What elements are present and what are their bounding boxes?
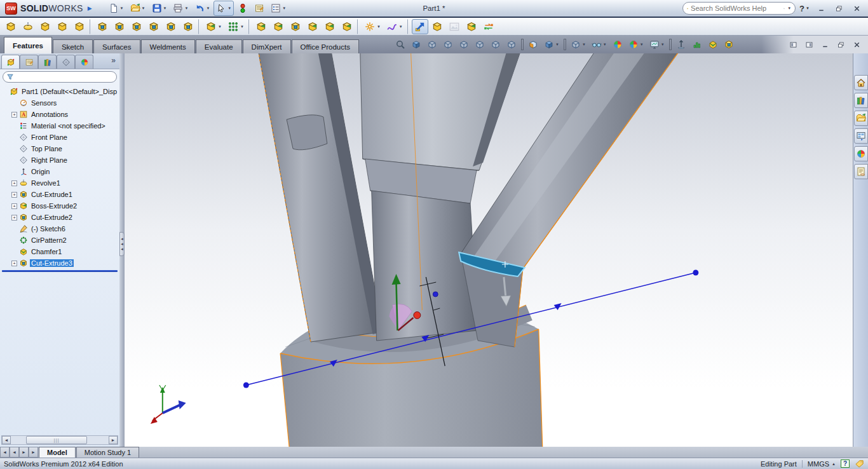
view-settings-button[interactable]: ▼ — [647, 37, 667, 51]
dimxpertmanager-tab[interactable] — [57, 55, 75, 69]
hole-wizard-button[interactable]: ▼ — [111, 19, 128, 34]
extruded-boss-button[interactable]: ▼ — [3, 19, 19, 34]
apply-scene-button[interactable]: ▼ — [626, 37, 646, 51]
expander-icon[interactable]: + — [11, 203, 17, 209]
sketch-picture-button[interactable]: ▼ — [446, 19, 463, 34]
panel-collapse-handle[interactable]: ◄◄◄ — [119, 232, 125, 256]
boundary-cut-button[interactable]: ▼ — [180, 19, 196, 34]
tree-item[interactable]: +Origin — [1, 166, 119, 177]
commandmanager-tab[interactable]: Evaluate — [196, 39, 242, 53]
search-dropdown-caret-icon[interactable]: ▼ — [787, 6, 791, 10]
featuremanager-pane-button[interactable] — [787, 39, 799, 50]
update-links-button[interactable]: ▼ — [480, 19, 497, 34]
view-orientation-button[interactable]: ▼ — [568, 37, 588, 51]
dropdown-caret-icon[interactable]: ▼ — [218, 25, 222, 29]
tree-item[interactable]: +Cut-Extrude2 — [1, 212, 119, 223]
swept-boss-button[interactable]: ▼ — [37, 19, 53, 34]
dropdown-caret-icon[interactable]: ▼ — [603, 43, 607, 46]
green-cube-icon[interactable]: ▼ — [705, 37, 721, 51]
fillet-button[interactable]: ▼ — [203, 19, 224, 34]
featuremanager-tab[interactable] — [1, 55, 20, 69]
dropdown-caret-icon[interactable]: ▼ — [399, 25, 403, 29]
menu-flyout-arrow-icon[interactable]: ▶ — [88, 5, 92, 11]
new-document-button[interactable]: ▼ — [106, 1, 126, 16]
tree-item[interactable]: +(-) Sketch6 — [1, 223, 119, 234]
close-document-button[interactable] — [850, 39, 863, 50]
revolved-boss-button[interactable]: ▼ — [20, 19, 36, 34]
search-icon[interactable] — [783, 4, 785, 13]
display-pane-button[interactable] — [803, 39, 815, 50]
dropdown-caret-icon[interactable]: ▼ — [582, 43, 586, 46]
dropdown-caret-icon[interactable]: ▼ — [163, 6, 167, 10]
tree-filter-box[interactable] — [3, 71, 117, 83]
last-tab-button[interactable]: ► — [29, 447, 38, 458]
lofted-boss-button[interactable]: ▼ — [54, 19, 71, 34]
toggle-selection-filter-button[interactable]: ▼ — [235, 1, 250, 16]
help-search-box[interactable]: ▼ — [682, 2, 796, 15]
dropdown-caret-icon[interactable]: ▼ — [184, 6, 188, 10]
commandmanager-tab[interactable]: Surfaces — [93, 39, 140, 53]
view-orientation-left[interactable]: ▼ — [440, 37, 456, 51]
dropdown-caret-icon[interactable]: ▼ — [555, 43, 559, 46]
assembly-visualization-icon[interactable]: ▼ — [689, 37, 705, 51]
close-button[interactable] — [849, 3, 864, 14]
print-button[interactable]: ▼ — [170, 1, 191, 16]
view-orientation-front[interactable]: ▼ — [409, 37, 424, 51]
view-palette-tab[interactable] — [854, 128, 868, 144]
file-explorer-tab[interactable] — [854, 111, 868, 126]
displaymanager-tab[interactable] — [75, 55, 93, 69]
tree-item[interactable]: +Cut-Extrude3 — [1, 257, 119, 269]
view-orientation-isometric[interactable]: ▼ — [504, 37, 519, 51]
tree-item[interactable]: +Right Plane — [1, 154, 119, 166]
hide-show-items-button[interactable]: ▼ — [589, 37, 609, 51]
save-button[interactable]: ▼ — [149, 1, 170, 16]
ruled-surface-button[interactable]: ▼ — [463, 19, 480, 34]
dome-button[interactable]: ▼ — [322, 19, 338, 34]
expander-icon[interactable]: + — [11, 261, 17, 266]
expander-icon[interactable]: + — [11, 180, 17, 186]
section-view-button[interactable]: ▼ — [526, 37, 541, 51]
zoom-to-fit-button[interactable]: ▼ — [393, 37, 408, 51]
scrollbar-thumb[interactable]: ||| — [26, 436, 87, 444]
linear-pattern-button[interactable]: ▼ — [225, 19, 247, 34]
instant3d-toggle-button[interactable]: ▼ — [674, 37, 689, 51]
expander-icon[interactable]: + — [11, 112, 17, 118]
expander-icon[interactable]: + — [11, 215, 17, 221]
instant3d-button[interactable]: ▼ — [412, 19, 428, 34]
tree-item[interactable]: +Revolve1 — [1, 177, 119, 189]
draft-button[interactable]: ▼ — [270, 19, 287, 34]
quick-tips-button[interactable]: ? — [841, 459, 850, 468]
dropdown-caret-icon[interactable]: ▼ — [240, 25, 244, 29]
freeform-button[interactable]: ▼ — [429, 19, 445, 34]
restore-document-button[interactable] — [834, 39, 847, 50]
dropdown-caret-icon[interactable]: ▼ — [377, 25, 381, 29]
tree-item[interactable]: +Top Plane — [1, 143, 119, 154]
extruded-cut-button[interactable]: ▼ — [94, 19, 111, 34]
tree-horizontal-scrollbar[interactable]: ◄ ||| ► — [1, 435, 118, 445]
view-orientation-bottom[interactable]: ▼ — [488, 37, 503, 51]
commandmanager-tab[interactable]: DimXpert — [243, 39, 291, 53]
display-style-button[interactable]: ▼ — [541, 37, 562, 51]
design-library-tab[interactable] — [854, 93, 868, 108]
unit-system-selector[interactable]: MMGS ▲ — [808, 460, 836, 468]
scroll-left-arrow[interactable]: ◄ — [2, 436, 11, 444]
solidworks-resources-tab[interactable] — [854, 75, 868, 90]
select-tool-button[interactable]: ▼ — [214, 1, 234, 16]
tree-filter-input[interactable] — [17, 74, 113, 81]
edit-appearance-button[interactable]: ▼ — [610, 37, 625, 51]
model-canvas[interactable] — [125, 53, 853, 447]
tree-item[interactable]: +Part1 (Default<<Default>_Disp — [1, 86, 119, 97]
undo-button[interactable]: ▼ — [192, 1, 212, 16]
wrap-button[interactable]: ▼ — [304, 19, 321, 34]
previous-tab-button[interactable]: ◄ — [10, 447, 19, 458]
dropdown-caret-icon[interactable]: ▼ — [640, 43, 644, 46]
revolved-cut-button[interactable]: ▼ — [128, 19, 145, 34]
commandmanager-tab[interactable]: Sketch — [53, 39, 93, 53]
study-tab[interactable]: Model — [39, 447, 76, 458]
tree-item[interactable]: +CirPattern2 — [1, 234, 119, 246]
dropdown-caret-icon[interactable]: ▼ — [120, 6, 124, 10]
search-input[interactable] — [691, 4, 781, 12]
tree-item[interactable]: +Boss-Extrude2 — [1, 200, 119, 212]
help-button[interactable]: ?▼ — [799, 4, 810, 13]
dropdown-caret-icon[interactable]: ▼ — [206, 6, 210, 10]
